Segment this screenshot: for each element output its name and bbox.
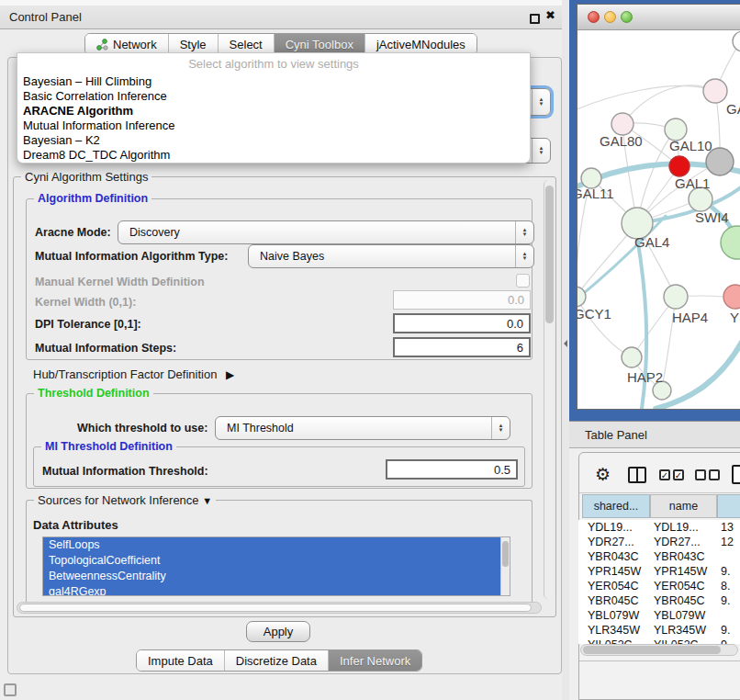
unchecked-checkbox-icon[interactable] bbox=[695, 469, 706, 480]
table-cell[interactable]: YBL079W bbox=[654, 608, 716, 623]
settings-hscroll-thumb[interactable] bbox=[19, 604, 532, 612]
document-icon[interactable] bbox=[732, 465, 740, 484]
checked-checkbox-icon[interactable]: ✓ bbox=[659, 469, 670, 480]
apply-button[interactable]: Apply bbox=[246, 621, 310, 642]
tab-infer-network[interactable]: Infer Network bbox=[329, 650, 421, 671]
node-gcy1 bbox=[577, 287, 586, 307]
table-cell[interactable] bbox=[721, 549, 740, 564]
table-cell[interactable]: YDR27... bbox=[588, 535, 648, 549]
hub-section-label: Hub/Transcription Factor Definition bbox=[33, 367, 217, 381]
manual-kernel-label: Manual Kernel Width Definition bbox=[35, 276, 205, 288]
table-cell[interactable]: 12 bbox=[721, 535, 740, 549]
node-label: Y bbox=[730, 310, 739, 325]
sources-group-title[interactable]: Sources for Network Inference ▼ bbox=[34, 493, 216, 507]
tab-cyni-toolbox[interactable]: Cyni Toolbox bbox=[275, 34, 365, 54]
table-cell[interactable]: YLR345W bbox=[654, 623, 716, 638]
window-minimize-button[interactable] bbox=[604, 11, 616, 23]
table-cell[interactable]: YIL052C bbox=[654, 638, 716, 644]
data-attributes-label: Data Attributes bbox=[33, 518, 118, 532]
combo-spinner-icon: ▲▼ bbox=[532, 139, 550, 163]
data-attributes-list[interactable]: SelfLoops TopologicalCoefficient Between… bbox=[42, 536, 510, 596]
attribute-list-scroll-thumb[interactable] bbox=[502, 541, 509, 567]
tab-select[interactable]: Select bbox=[219, 34, 275, 54]
mi-threshold-field[interactable]: 0.5 bbox=[386, 459, 518, 480]
tab-impute-data[interactable]: Impute Data bbox=[137, 650, 225, 671]
attribute-item[interactable]: BetweennessCentrality bbox=[43, 569, 500, 584]
table-cell[interactable]: 13 bbox=[721, 520, 740, 535]
gear-icon[interactable]: ⚙ bbox=[595, 464, 611, 485]
settings-horizontal-scrollbar[interactable] bbox=[17, 602, 542, 614]
float-panel-icon[interactable] bbox=[530, 14, 540, 24]
table-cell[interactable]: YDL19... bbox=[654, 520, 716, 535]
table-hscroll-thumb[interactable] bbox=[583, 646, 721, 654]
network-window-titlebar[interactable] bbox=[577, 5, 740, 30]
dropdown-option[interactable]: Basic Correlation Inference bbox=[17, 89, 530, 104]
column-header-partial[interactable] bbox=[717, 494, 740, 518]
which-threshold-combo[interactable]: MI Threshold ▲▼ bbox=[215, 416, 510, 440]
unchecked-checkbox-icon[interactable] bbox=[709, 469, 720, 480]
table-cell[interactable]: YBR045C bbox=[654, 593, 716, 608]
window-zoom-button[interactable] bbox=[621, 11, 633, 23]
close-panel-icon[interactable]: ✖ bbox=[545, 8, 555, 22]
settings-vscroll-thumb[interactable] bbox=[545, 186, 554, 323]
network-canvas[interactable]: GAL GAL80 GAL10 GAL1 GAL11 SWI4 GAL4 GCY… bbox=[577, 30, 740, 409]
manual-kernel-checkbox[interactable] bbox=[516, 274, 530, 288]
column-layout-icon[interactable] bbox=[628, 467, 646, 483]
table-cell[interactable]: YLR345W bbox=[588, 623, 648, 638]
table-cell[interactable]: YER054C bbox=[588, 579, 648, 593]
checked-checkbox-icon[interactable]: ✓ bbox=[673, 469, 684, 480]
tab-discretize-data[interactable]: Discretize Data bbox=[225, 650, 329, 671]
mi-type-label: Mutual Information Algorithm Type: bbox=[35, 250, 228, 263]
attribute-list-scrollbar[interactable] bbox=[500, 537, 510, 596]
table-cell[interactable]: YER054C bbox=[654, 579, 716, 593]
attribute-item[interactable]: TopologicalCoefficient bbox=[43, 553, 500, 569]
tab-jactivemnodules[interactable]: jActiveMNodules bbox=[365, 34, 477, 54]
column-header-name[interactable]: name bbox=[650, 494, 717, 518]
column-header-shared[interactable]: shared... bbox=[582, 494, 650, 518]
tab-infer-label: Infer Network bbox=[340, 654, 410, 668]
attribute-item[interactable]: SelfLoops bbox=[43, 537, 500, 553]
table-cell[interactable]: 9. bbox=[721, 638, 740, 644]
table-cell[interactable]: YDL19... bbox=[588, 520, 648, 535]
table-cell[interactable]: YPR145W bbox=[588, 564, 648, 579]
mi-type-combo[interactable]: Naive Bayes ▲▼ bbox=[248, 244, 534, 268]
tab-style[interactable]: Style bbox=[169, 34, 219, 54]
dropdown-option[interactable]: Mutual Information Inference bbox=[17, 119, 530, 133]
table-cell[interactable]: YBR043C bbox=[588, 549, 648, 564]
apply-button-label: Apply bbox=[263, 625, 294, 638]
tab-network[interactable]: Network bbox=[85, 34, 169, 54]
table-cell[interactable]: 9. bbox=[721, 593, 740, 608]
table-cell[interactable]: 9. bbox=[721, 623, 740, 638]
table-cell[interactable]: YBL079W bbox=[588, 608, 648, 623]
dropdown-option[interactable]: Bayesian – K2 bbox=[17, 133, 530, 148]
dropdown-option-highlighted[interactable]: ARACNE Algorithm bbox=[17, 104, 530, 119]
table-cell[interactable]: YDR27... bbox=[654, 535, 716, 549]
table-cell[interactable]: YBR043C bbox=[654, 549, 716, 564]
table-horizontal-scrollbar[interactable] bbox=[580, 644, 738, 656]
node-hap2 bbox=[622, 347, 642, 367]
aracne-mode-combo[interactable]: Discovery ▲▼ bbox=[118, 220, 534, 244]
mi-steps-field[interactable]: 6 bbox=[393, 337, 531, 357]
hub-section-header[interactable]: Hub/Transcription Factor Definition ▶ bbox=[33, 367, 234, 381]
attribute-item[interactable]: gal4RGexp bbox=[43, 584, 500, 596]
table-cell[interactable]: YPR145W bbox=[654, 564, 716, 579]
tab-jactivemnodules-label: jActiveMNodules bbox=[376, 38, 465, 51]
kernel-width-field[interactable]: 0.0 bbox=[393, 290, 531, 310]
table-cell[interactable]: YIL052C bbox=[588, 638, 648, 644]
panel-grip-icon[interactable] bbox=[4, 683, 17, 696]
algorithm-definition-title: Algorithm Definition bbox=[34, 192, 151, 205]
table-cell[interactable] bbox=[721, 608, 740, 623]
node-label-group: GAL GAL80 GAL10 GAL1 GAL11 SWI4 GAL4 GCY… bbox=[577, 101, 740, 385]
dropdown-option[interactable]: Bayesian – Hill Climbing bbox=[17, 74, 530, 89]
window-close-button[interactable] bbox=[588, 11, 600, 23]
table-cell[interactable]: YBR045C bbox=[588, 593, 648, 608]
table-rows: YDL19... YDL19... 13 YDR27... YDR27... 1… bbox=[578, 520, 740, 644]
settings-vertical-scrollbar[interactable] bbox=[544, 180, 554, 599]
table-cell[interactable]: 9. bbox=[721, 564, 740, 579]
dpi-tolerance-field[interactable]: 0.0 bbox=[393, 313, 531, 333]
mi-threshold-label: Mutual Information Threshold: bbox=[42, 465, 208, 478]
table-cell[interactable]: 8. bbox=[721, 579, 740, 593]
panel-splitter[interactable] bbox=[562, 0, 569, 700]
control-panel-titlebar: Control Panel ✖ bbox=[0, 6, 562, 29]
dropdown-option[interactable]: Dream8 DC_TDC Algorithm bbox=[17, 148, 530, 163]
